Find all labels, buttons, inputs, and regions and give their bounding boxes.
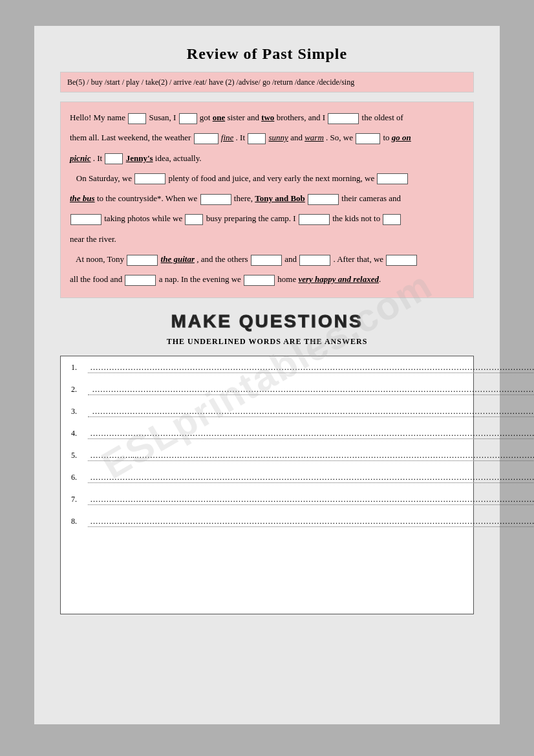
answer-line-4[interactable]: ……………………………………………………………………………………………………………: [88, 429, 534, 439]
paragraph-1b: them all. Last weekend, the weather fine…: [70, 129, 464, 146]
question-7: 7. ……………………………………………………………………………………………………: [71, 495, 463, 505]
blank-16[interactable]: [127, 255, 158, 266]
word-bank: Be(5) / buy /start / play / take(2) / ar…: [60, 72, 474, 92]
question-2: 2. ……………………………………………………………………………………………………: [71, 385, 463, 395]
answer-line-2[interactable]: ……………………………………………………………………………………………………………: [88, 385, 534, 395]
blank-12[interactable]: [70, 214, 101, 225]
question-3: 3. ……………………………………………………………………………………………………: [71, 407, 463, 417]
question-4: 4. ……………………………………………………………………………………………………: [71, 429, 463, 439]
blank-15[interactable]: [383, 214, 401, 225]
blank-8[interactable]: [134, 173, 166, 184]
blank-10[interactable]: [200, 194, 231, 205]
answer-line-5[interactable]: ……………...………………………………………………………………………………………: [88, 451, 534, 461]
blank-3[interactable]: [328, 113, 359, 124]
question-num-6: 6.: [71, 473, 84, 482]
blank-1[interactable]: [128, 113, 146, 124]
questions-box: 1. ……………………………………………………………………………………………………: [60, 356, 474, 614]
blank-18[interactable]: [299, 255, 330, 266]
page: ESLprintables.com Review of Past Simple …: [34, 26, 500, 724]
text-p1a: Hello! My name: [70, 113, 125, 122]
blank-14[interactable]: [299, 214, 330, 225]
answer-line-8[interactable]: ……………………………………………………………………………………………………………: [88, 517, 534, 527]
blank-2[interactable]: [179, 113, 197, 124]
text-p1b: Susan, I: [149, 113, 176, 122]
paragraph-2a: On Saturday, we plenty of food and juice…: [70, 169, 464, 187]
question-num-3: 3.: [71, 407, 84, 416]
text-oldest: the oldest of: [362, 113, 403, 122]
blank-19[interactable]: [386, 255, 417, 266]
question-1: 1. ……………………………………………………………………………………………………: [71, 363, 463, 373]
question-num-7: 7.: [71, 495, 84, 504]
paragraph-2b: the bus to the countryside*. When we the…: [70, 189, 464, 207]
question-8: 8. ……………………………………………………………………………………………………: [71, 517, 463, 527]
answer-line-6[interactable]: ……………………………………………………………………………………………………………: [88, 473, 534, 483]
blank-7[interactable]: [105, 153, 123, 164]
paragraph-2d: near the river.: [70, 230, 464, 248]
blank-11[interactable]: [308, 194, 339, 205]
question-num-5: 5.: [71, 451, 84, 460]
reading-text: Hello! My name Susan, I got one sister a…: [60, 102, 474, 298]
blank-6[interactable]: [356, 133, 380, 144]
answer-line-7[interactable]: ……………………………………………………………………………………………………………: [88, 495, 534, 505]
blank-20[interactable]: [125, 275, 156, 286]
paragraph-1c: picnic . It Jenny's idea, actually.: [70, 149, 464, 167]
question-5: 5. ……………...………………………………………………………………………………: [71, 451, 463, 461]
question-num-1: 1.: [71, 363, 84, 373]
text-p1c: got one sister and two brothers, and I: [200, 113, 325, 122]
page-title: Review of Past Simple: [60, 45, 474, 63]
paragraph-1: Hello! My name Susan, I got one sister a…: [70, 109, 464, 126]
question-num-2: 2.: [71, 385, 84, 394]
answer-line-3[interactable]: ……………………………………………………………………………………………………………: [88, 407, 534, 417]
blank-13[interactable]: [185, 214, 203, 225]
paragraph-3a: At noon, Tony the guitar , and the other…: [70, 250, 464, 268]
blank-5[interactable]: [248, 133, 266, 144]
paragraph-2c: taking photos while we busy preparing th…: [70, 210, 464, 227]
question-num-8: 8.: [71, 517, 84, 526]
question-num-4: 4.: [71, 429, 84, 438]
make-questions-subtitle: THE UNDERLINED WORDS ARE THE ANSWERS: [60, 337, 474, 347]
blank-21[interactable]: [244, 275, 275, 286]
answer-line-1[interactable]: ……………………………………………………………………………………………………………: [88, 363, 534, 373]
make-questions-heading: MAKE QUESTIONS: [60, 311, 474, 332]
blank-4[interactable]: [194, 133, 219, 144]
blank-17[interactable]: [251, 255, 282, 266]
question-6: 6. ……………………………………………………………………………………………………: [71, 473, 463, 483]
paragraph-3b: all the food and a nap. In the evening w…: [70, 270, 464, 288]
blank-9[interactable]: [377, 173, 408, 184]
word-bank-text: Be(5) / buy /start / play / take(2) / ar…: [67, 78, 354, 87]
